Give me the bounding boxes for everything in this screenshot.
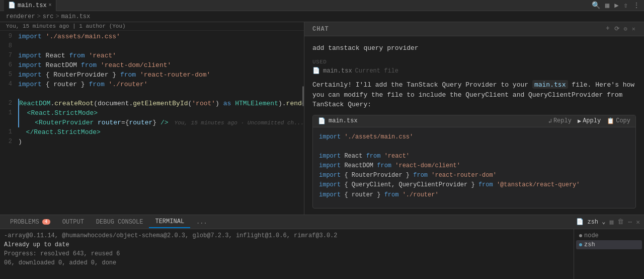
terminal-shell-label: zsh xyxy=(587,219,598,226)
chat-header: CHAT + ⟳ ⚙ ✕ xyxy=(304,22,644,36)
terminal-zsh-item[interactable]: zsh xyxy=(576,240,642,249)
used-section: USED 📄 main.tsx Current file xyxy=(312,59,636,75)
terminal-line: Already up to date xyxy=(4,240,570,249)
code-block-line: import { QueryClient, QueryClientProvide… xyxy=(319,180,629,190)
copy-icon: 📋 xyxy=(607,117,614,125)
code-line: import './assets/main.css' xyxy=(18,32,304,41)
code-line: import { router } from './router' xyxy=(18,80,304,89)
code-line xyxy=(18,41,304,51)
add-chat-icon[interactable]: + xyxy=(606,25,610,33)
close-chat-icon[interactable]: ✕ xyxy=(632,25,636,33)
tab-more[interactable]: ... xyxy=(190,217,213,228)
code-block-line: import './assets/main.css' xyxy=(319,132,629,142)
used-filename: main.tsx xyxy=(323,67,352,75)
ai-text-prefix: Certainly! I'll add the TanStack Query P… xyxy=(312,81,528,89)
code-block-line xyxy=(319,200,629,208)
editor-tab[interactable]: 📄 main.tsx × xyxy=(4,0,56,11)
code-block-line: import React from 'react' xyxy=(319,152,629,161)
reply-button[interactable]: ↲ Reply xyxy=(548,117,572,125)
split-icon[interactable]: ▦ xyxy=(605,1,609,10)
code-line: import React from 'react' xyxy=(18,51,304,60)
terminal-content: -array@0.11.14, @humanwhocodes/object-sc… xyxy=(0,229,574,279)
chat-title: CHAT xyxy=(312,26,329,33)
code-line: ReactDOM.createRoot(document.getElementB… xyxy=(18,99,304,108)
chat-header-icons: + ⟳ ⚙ ✕ xyxy=(606,25,636,33)
terminal-sidebar: node zsh xyxy=(574,229,644,279)
code-line: <React.StrictMode> xyxy=(18,108,304,118)
code-block-body: import './assets/main.css' import React … xyxy=(313,127,635,209)
code-line: import ReactDOM from 'react-dom/client' xyxy=(18,60,304,70)
tab-terminal[interactable]: TERMINAL xyxy=(149,216,190,228)
code-block-line: import { RouterProvider } from 'react-ro… xyxy=(319,171,629,180)
debug-label: DEBUG CONSOLE xyxy=(96,219,143,226)
breadcrumb-file[interactable]: main.tsx xyxy=(61,13,91,20)
terminal-more-icon[interactable]: ⋯ xyxy=(628,218,632,226)
code-line: ) xyxy=(18,137,304,147)
breadcrumb-src[interactable]: src xyxy=(43,13,54,20)
used-label: USED xyxy=(312,59,636,65)
code-file-icon: 📄 xyxy=(318,117,326,125)
tab-problems[interactable]: PROBLEMS 4 xyxy=(4,217,56,228)
bottom-area: PROBLEMS 4 OUTPUT DEBUG CONSOLE TERMINAL… xyxy=(0,215,644,279)
bottom-tab-icons: 📄 zsh ⌄ ▦ 🗑 ⋯ ✕ xyxy=(576,218,640,226)
code-block-line: import { router } from './router' xyxy=(319,190,629,200)
bottom-tabs: PROBLEMS 4 OUTPUT DEBUG CONSOLE TERMINAL… xyxy=(0,215,644,229)
breadcrumb-sep2: > xyxy=(55,13,59,20)
breadcrumb: renderer > src > main.tsx xyxy=(0,11,644,22)
file-icon: 📄 xyxy=(8,2,16,9)
used-file[interactable]: 📄 main.tsx Current file xyxy=(312,67,636,75)
code-lines: 9 8 7 6 5 4 2 1 1 2 import './assets/mai… xyxy=(0,31,304,215)
chevron-down-icon: ⌄ xyxy=(602,219,605,226)
breadcrumb-sep1: > xyxy=(37,13,41,20)
code-block-line xyxy=(319,142,629,152)
code-content[interactable]: import './assets/main.css' import React … xyxy=(16,31,304,215)
search-icon[interactable]: 🔍 xyxy=(592,1,600,10)
zsh-label: zsh xyxy=(584,241,595,248)
code-line: import { RouterProvider } from 'react-ro… xyxy=(18,70,304,80)
tab-label: main.tsx xyxy=(18,2,47,9)
split-terminal-icon[interactable]: ▦ xyxy=(610,218,614,226)
code-block-container: 📄 main.tsx ↲ Reply ▶ Apply 📋 xyxy=(312,115,636,209)
history-icon[interactable]: ⟳ xyxy=(614,25,620,33)
chat-panel: CHAT + ⟳ ⚙ ✕ add tanstack query provider… xyxy=(304,22,644,215)
code-block-file-label: main.tsx xyxy=(329,117,358,124)
terminal-plus-icon: 📄 xyxy=(576,219,584,226)
node-label: node xyxy=(584,232,599,239)
reply-icon: ↲ xyxy=(548,117,552,125)
output-label: OUTPUT xyxy=(62,219,84,226)
code-block-filename: 📄 main.tsx xyxy=(318,117,358,125)
breadcrumb-renderer[interactable]: renderer xyxy=(6,13,35,20)
apply-icon: ▶ xyxy=(578,117,581,125)
file-type-icon: 📄 xyxy=(312,67,320,75)
zsh-dot xyxy=(579,243,582,246)
code-area[interactable]: 9 8 7 6 5 4 2 1 1 2 import './assets/mai… xyxy=(0,31,304,215)
ai-code-ref: main.tsx xyxy=(532,80,568,89)
problems-badge: 4 xyxy=(42,219,50,225)
chat-body[interactable]: add tanstack query provider USED 📄 main.… xyxy=(304,36,644,215)
tab-output[interactable]: OUTPUT xyxy=(56,217,90,228)
code-block-actions: ↲ Reply ▶ Apply 📋 Copy xyxy=(548,117,630,125)
close-terminal-icon[interactable]: ✕ xyxy=(636,218,640,226)
scrollbar[interactable] xyxy=(302,86,304,106)
play-icon[interactable]: ▶ xyxy=(614,1,618,10)
tab-debug-console[interactable]: DEBUG CONSOLE xyxy=(90,217,149,228)
terminal-label: TERMINAL xyxy=(155,218,184,225)
copy-button[interactable]: 📋 Copy xyxy=(607,117,630,125)
code-block-line: import ReactDOM from 'react-dom/client' xyxy=(319,161,629,171)
used-file-label: Current file xyxy=(355,67,398,75)
code-line xyxy=(18,89,304,99)
more-icon[interactable]: ⋮ xyxy=(633,1,640,10)
reply-label: Reply xyxy=(553,117,572,124)
trash-icon[interactable]: 🗑 xyxy=(617,218,624,226)
user-message: add tanstack query provider xyxy=(312,42,636,54)
terminal-shell-selector[interactable]: 📄 zsh ⌄ xyxy=(576,218,605,226)
tab-close-button[interactable]: × xyxy=(49,3,52,8)
apply-label: Apply xyxy=(583,117,601,124)
terminal-line: 06, downloaded 0, added 0, done xyxy=(4,258,570,267)
settings-icon[interactable]: ⚙ xyxy=(624,25,628,33)
top-bar: 📄 main.tsx × 🔍 ▦ ▶ ⇧ ⋮ xyxy=(0,0,644,11)
apply-button[interactable]: ▶ Apply xyxy=(578,117,601,125)
node-dot xyxy=(579,234,582,237)
terminal-node-item[interactable]: node xyxy=(576,231,642,240)
share-icon[interactable]: ⇧ xyxy=(624,1,628,10)
